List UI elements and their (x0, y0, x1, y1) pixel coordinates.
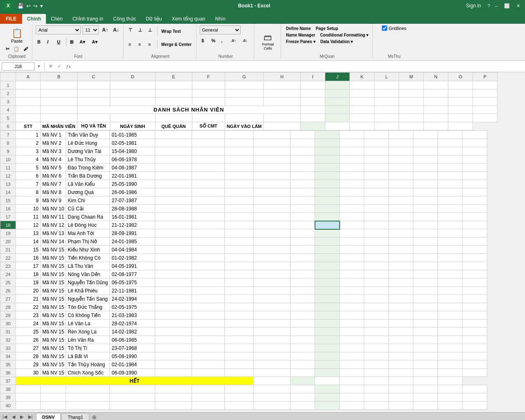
cell-d32[interactable]: 06-06-1985 (110, 336, 155, 344)
cell-g25[interactable] (225, 278, 253, 287)
cell-38-3[interactable] (110, 385, 155, 393)
cell-m28[interactable] (389, 303, 413, 311)
cell-n26[interactable] (413, 287, 438, 295)
cell-i10[interactable] (290, 155, 315, 164)
cell-h9[interactable] (253, 147, 290, 155)
cell-m36[interactable] (389, 369, 413, 377)
cell-m17[interactable] (389, 213, 413, 221)
sheet-tab-thang1[interactable]: Thang1 (62, 413, 89, 420)
cell-e12[interactable] (155, 172, 192, 180)
cell-f16[interactable] (192, 205, 225, 213)
cell-40-12[interactable] (389, 402, 413, 410)
cell-m7[interactable] (389, 131, 413, 139)
data-validation-btn[interactable]: Data Validation ▾ (319, 39, 354, 45)
cell-38-10[interactable] (340, 385, 364, 393)
cell-d26[interactable]: 22-11-1981 (110, 287, 155, 295)
cell-38-4[interactable] (155, 385, 192, 393)
cell-d5[interactable] (110, 114, 155, 122)
cell-j7[interactable] (315, 131, 340, 139)
cell-l12[interactable] (364, 172, 389, 180)
cell-a32[interactable]: 26 (16, 336, 41, 344)
currency-btn[interactable]: $ (200, 36, 209, 45)
cell-p37[interactable] (438, 377, 463, 385)
cell-f31[interactable] (192, 328, 225, 336)
cell-i22[interactable] (290, 254, 315, 262)
cell-c36[interactable]: Chích Xong Sốc (66, 369, 110, 377)
cell-a13[interactable]: 7 (16, 180, 41, 188)
cell-n5[interactable] (424, 114, 448, 122)
cell-o28[interactable] (438, 303, 463, 311)
expand-icon[interactable]: ▾ (36, 64, 42, 69)
grid-scroll[interactable]: A B C D E F G H I J K L M N O P (0, 72, 525, 412)
italic-button[interactable]: I (46, 37, 55, 46)
cell-a17[interactable]: 11 (16, 213, 41, 221)
cell-p33[interactable] (463, 344, 487, 352)
cell-l10[interactable] (364, 155, 389, 164)
cell-n8[interactable] (413, 139, 438, 147)
cell-39-6[interactable] (225, 393, 253, 402)
cell-40-10[interactable] (340, 402, 364, 410)
cell-o27[interactable] (438, 295, 463, 303)
cell-f35[interactable] (192, 361, 225, 369)
cell-m23[interactable] (389, 262, 413, 270)
cell-d11[interactable]: 04-08-1987 (110, 164, 155, 172)
cell-b12[interactable]: Mã NV 6 (41, 172, 66, 180)
cell-j34[interactable] (315, 352, 340, 361)
cell-g23[interactable] (225, 262, 253, 270)
cell-j1[interactable] (325, 81, 350, 89)
tab-chinh[interactable]: Chính (22, 14, 46, 24)
cell-j10[interactable] (315, 155, 340, 164)
cell-b35[interactable]: Mã NV 15 (41, 361, 66, 369)
cell-c11[interactable]: Đào Trong Kiêm (66, 164, 110, 172)
cell-o9[interactable] (438, 147, 463, 155)
cell-h28[interactable] (253, 303, 290, 311)
cell-c32[interactable]: Lên Văn Ra (66, 336, 110, 344)
cell-b3[interactable] (41, 98, 78, 106)
cell-j16[interactable] (315, 205, 340, 213)
cell-g1[interactable] (225, 81, 263, 89)
cell-i14[interactable] (290, 188, 315, 196)
cell-l16[interactable] (364, 205, 389, 213)
cell-p7[interactable] (463, 131, 487, 139)
cell-b23[interactable]: Mã NV 15 (41, 262, 66, 270)
merge-center-btn[interactable]: Merge & Center (159, 41, 194, 48)
cell-i3[interactable] (301, 98, 325, 106)
cell-p11[interactable] (463, 164, 487, 172)
cell-k6[interactable] (325, 122, 350, 130)
cell-k32[interactable] (340, 336, 364, 344)
cell-e10[interactable] (155, 155, 192, 164)
tab-chinh-trang-in[interactable]: Chỉnh trang in (68, 14, 108, 24)
cell-38-5[interactable] (192, 385, 225, 393)
cell-n24[interactable] (413, 270, 438, 278)
cell-k24[interactable] (340, 270, 364, 278)
cell-j23[interactable] (315, 262, 340, 270)
middle-align-btn[interactable]: ⊥ (137, 25, 146, 34)
cell-g27[interactable] (225, 295, 253, 303)
cell-g13[interactable] (225, 180, 253, 188)
tab-cong-thuc[interactable]: Công thức (108, 14, 141, 24)
cell-l17[interactable] (364, 213, 389, 221)
header-que-quan[interactable]: QUÊ QUÁN (155, 122, 192, 130)
cell-g18[interactable] (225, 221, 253, 229)
cell-g24[interactable] (225, 270, 253, 278)
cell-i31[interactable] (290, 328, 315, 336)
cell-f27[interactable] (192, 295, 225, 303)
cell-g36[interactable] (225, 369, 253, 377)
cell-o29[interactable] (438, 311, 463, 320)
cell-e31[interactable] (155, 328, 192, 336)
cell-c24[interactable]: Nông Văn Dền (66, 270, 110, 278)
cell-d13[interactable]: 25-05-1990 (110, 180, 155, 188)
cell-l7[interactable] (364, 131, 389, 139)
cell-b31[interactable]: Mã NV 15 (41, 328, 66, 336)
cell-o6[interactable] (424, 122, 448, 130)
cell-a7[interactable]: 1 (16, 131, 41, 139)
cell-h17[interactable] (253, 213, 290, 221)
cell-j15[interactable] (315, 196, 340, 205)
cell-e32[interactable] (155, 336, 192, 344)
cell-h24[interactable] (253, 270, 290, 278)
bottom-align-btn[interactable]: ⊥ (146, 25, 155, 34)
sheet-nav-last[interactable]: ▶| (26, 413, 35, 420)
cell-n35[interactable] (413, 361, 438, 369)
cell-l29[interactable] (364, 311, 389, 320)
cell-f28[interactable] (192, 303, 225, 311)
